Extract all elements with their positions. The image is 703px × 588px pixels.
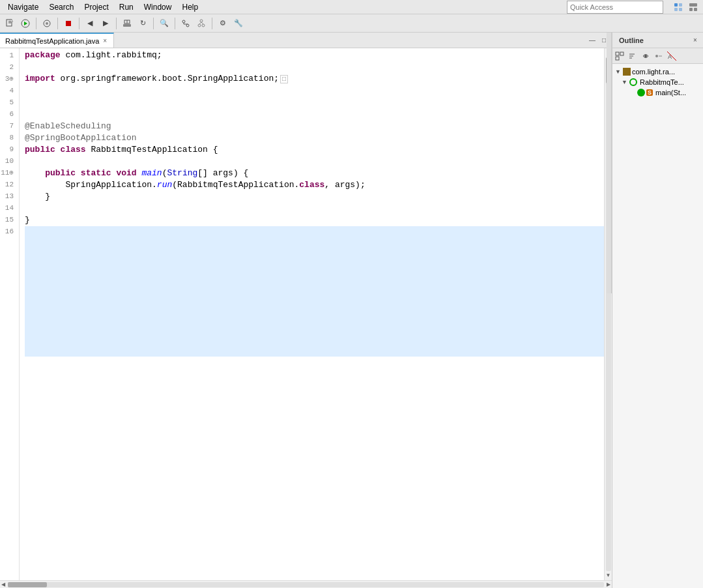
code-line-7: @EnableScheduling: [25, 121, 604, 132]
toolbar-debug[interactable]: [40, 16, 54, 31]
svg-rect-2: [674, 8, 678, 11]
editor-hscroll[interactable]: ◀ ▶: [0, 580, 612, 588]
ln-5: 5: [0, 96, 16, 108]
code-line-10: [25, 156, 604, 168]
ln-7: 7: [0, 120, 16, 132]
code-content[interactable]: package com.light.rabbitmq; import org.s…: [20, 48, 604, 580]
outline-resize-handle[interactable]: [607, 33, 612, 293]
outline-tab-label[interactable]: Outline: [615, 35, 648, 46]
svg-rect-3: [679, 8, 682, 11]
static-badge: S: [646, 89, 653, 96]
outline-expand-pkg[interactable]: ▼: [615, 68, 622, 75]
ln-14: 14: [0, 202, 16, 214]
scroll-down-arrow[interactable]: ▼: [605, 572, 612, 579]
menu-bar: Navigate Search Project Run Window Help: [0, 0, 703, 14]
view-btn[interactable]: [686, 0, 700, 14]
ln-1: 1: [0, 50, 16, 61]
svg-rect-1: [679, 3, 682, 7]
code-line-8: @SpringBootApplication: [25, 132, 604, 144]
toolbar-forward[interactable]: ▶: [98, 16, 113, 31]
hscroll-thumb[interactable]: [8, 582, 47, 587]
toolbar-back[interactable]: ◀: [83, 16, 97, 31]
perspective-btn[interactable]: [671, 0, 685, 14]
svg-point-20: [186, 24, 189, 27]
toolbar-sep-5: [153, 18, 154, 29]
hscroll-track[interactable]: [8, 582, 604, 587]
toolbar-refresh[interactable]: ↻: [136, 16, 150, 31]
ln-12: 12: [0, 179, 16, 190]
ln-11: 11⊕: [0, 167, 16, 179]
editor-area: RabbitmqTestApplication.java × — □ 1 2 3…: [0, 33, 612, 588]
outline-hide-nonpublic[interactable]: A: [666, 50, 678, 62]
outline-pkg-label: com.light.ra...: [632, 68, 675, 76]
outline-class-label: RabbitmqTe...: [640, 78, 684, 86]
svg-rect-28: [616, 52, 619, 55]
toolbar-extra2[interactable]: 🔧: [231, 16, 246, 31]
toolbar-search[interactable]: 🔍: [157, 16, 171, 31]
toolbar-sep-4: [116, 18, 117, 29]
toolbar: ◀ ▶ ↻ 🔍 ⚙ 🔧: [0, 14, 703, 33]
toolbar-git2[interactable]: [194, 16, 208, 31]
menu-project[interactable]: Project: [79, 1, 113, 13]
hscroll-left[interactable]: ◀: [0, 581, 7, 588]
svg-point-25: [202, 24, 205, 27]
toolbar-sep-2: [57, 18, 58, 29]
quick-access-input[interactable]: [570, 3, 660, 11]
editor-tab[interactable]: RabbitmqTestApplication.java ×: [0, 33, 114, 48]
svg-point-14: [46, 22, 48, 25]
toolbar-play[interactable]: [18, 16, 33, 31]
menu-help[interactable]: Help: [177, 1, 203, 13]
ln-2: 2: [0, 61, 16, 73]
outline-panel: Outline × A: [612, 33, 703, 588]
outline-hide-fields[interactable]: [653, 50, 665, 62]
svg-point-24: [198, 24, 201, 27]
minimize-editor-btn[interactable]: —: [587, 35, 597, 46]
editor-tab-bar: RabbitmqTestApplication.java × — □: [0, 33, 612, 48]
outline-item-method[interactable]: S main(St...: [612, 87, 703, 98]
outline-collapse-all[interactable]: [614, 50, 625, 62]
code-line-4: [25, 85, 604, 97]
toolbar-build[interactable]: [120, 16, 134, 31]
code-line-12: SpringApplication.run(RabbitmqTestApplic…: [25, 179, 604, 191]
outline-expand-class[interactable]: ▼: [622, 79, 628, 85]
svg-rect-15: [66, 21, 71, 26]
outline-item-class[interactable]: ▼ RabbitmqTe...: [612, 77, 703, 87]
svg-rect-30: [616, 57, 619, 60]
svg-rect-0: [674, 3, 678, 7]
svg-rect-6: [694, 8, 697, 11]
toolbar-sep-7: [212, 18, 212, 29]
outline-content: ▼ com.light.ra... ▼ RabbitmqTe... S main…: [612, 64, 703, 588]
outline-sync[interactable]: [640, 50, 652, 62]
outline-close-btn[interactable]: ×: [690, 35, 700, 46]
outline-method-label: main(St...: [655, 89, 686, 96]
code-line-1: package com.light.rabbitmq;: [25, 50, 604, 61]
menu-navigate[interactable]: Navigate: [3, 1, 44, 13]
svg-rect-5: [689, 8, 693, 11]
toolbar-extra1[interactable]: ⚙: [216, 16, 230, 31]
code-line-6: [25, 109, 604, 121]
svg-rect-29: [620, 52, 624, 55]
quick-access-box[interactable]: [567, 1, 663, 14]
menu-search[interactable]: Search: [44, 1, 79, 13]
tab-close-btn[interactable]: ×: [102, 37, 108, 44]
toolbar-stop[interactable]: [61, 16, 76, 31]
ln-9: 9: [0, 143, 16, 155]
toolbar-git1[interactable]: [179, 16, 193, 31]
code-editor: 1 2 3⊕ 4 5 6 7 8 9 10 11⊕ 12 13 14 15 16: [0, 48, 612, 580]
hscroll-right[interactable]: ▶: [605, 581, 612, 588]
outline-sort[interactable]: [627, 50, 638, 62]
view-switcher: [671, 0, 700, 14]
code-line-13: }: [25, 191, 604, 203]
code-line-2: [25, 61, 604, 73]
toolbar-new[interactable]: [3, 16, 17, 31]
outline-item-package[interactable]: ▼ com.light.ra...: [612, 66, 703, 77]
menu-run[interactable]: Run: [114, 1, 139, 13]
svg-marker-12: [24, 22, 27, 25]
main-layout: RabbitmqTestApplication.java × — □ 1 2 3…: [0, 33, 703, 588]
outline-tab-bar: Outline ×: [612, 33, 703, 48]
menu-window[interactable]: Window: [139, 1, 177, 13]
toolbar-sep-3: [79, 18, 79, 29]
code-line-5: [25, 97, 604, 109]
package-icon: [623, 68, 631, 76]
ln-6: 6: [0, 108, 16, 120]
